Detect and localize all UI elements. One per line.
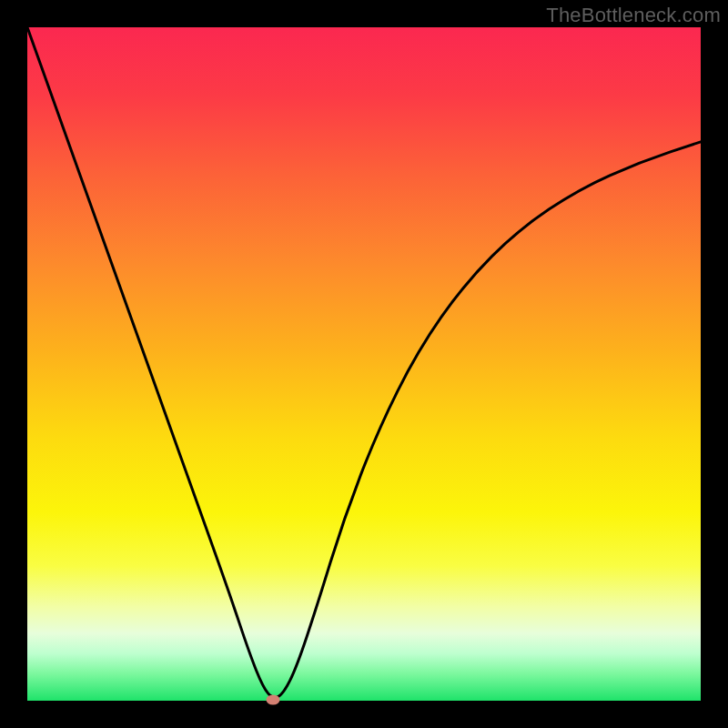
plot-area bbox=[27, 27, 701, 701]
optimum-marker bbox=[267, 694, 280, 704]
attribution-text: TheBottleneck.com bbox=[546, 4, 721, 27]
chart-frame: TheBottleneck.com bbox=[0, 0, 728, 728]
bottleneck-curve bbox=[27, 27, 701, 701]
